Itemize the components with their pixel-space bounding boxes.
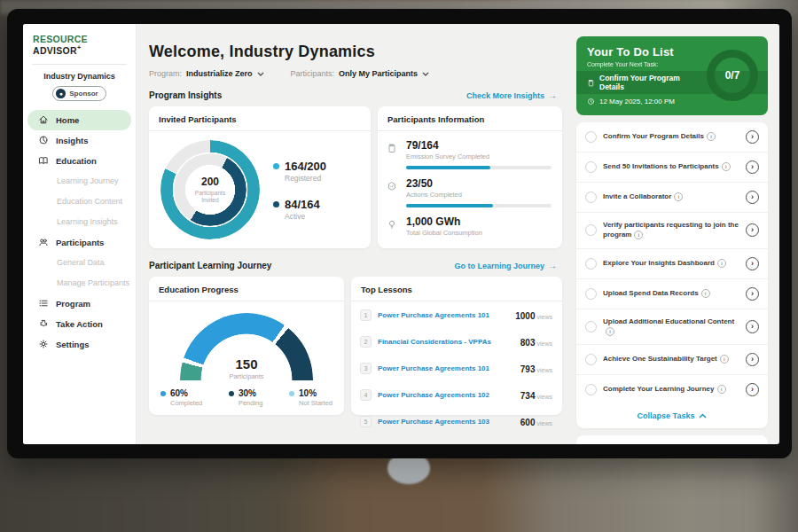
chevron-right-icon[interactable]: › [746,160,759,174]
chevron-right-icon[interactable]: › [746,320,759,333]
sidebar-item-education-content[interactable]: Education Content [27,192,131,212]
sidebar-item-education[interactable]: Education [27,151,131,171]
check-more-insights-link[interactable]: Check More Insights → [466,90,557,100]
info-icon[interactable]: i [701,289,710,298]
sidebar-item-settings[interactable]: Settings [27,334,131,355]
arrow-right-icon: → [548,261,557,270]
participants-info-title: Participants Information [378,106,562,131]
actions-label: Actions Completed [406,191,552,199]
chevron-right-icon[interactable]: › [746,383,759,396]
program-insights-title: Program Insights [149,90,222,100]
pending-label: Pending [239,399,263,407]
task-checkbox[interactable] [585,321,597,332]
sidebar-item-program[interactable]: Program [27,293,131,314]
sidebar-item-manage-participants[interactable]: Manage Participants [27,273,131,293]
completed-label: Completed [170,399,202,407]
chevron-right-icon[interactable]: › [746,353,759,366]
info-icon[interactable]: i [717,259,726,268]
lesson-views: 1000 [515,311,535,321]
gauge-value: 150 [180,356,313,372]
info-icon[interactable]: i [717,385,726,394]
survey-progress-bar [406,166,552,169]
gauge-legend: 60% Completed 30% Pending 10% [149,380,344,407]
logo-advisor: ADVISOR [33,45,77,56]
lesson-link[interactable]: Power Purchase Agreements 103 [378,418,514,426]
chevron-right-icon[interactable]: › [746,223,759,237]
lesson-row: 3 Power Purchase Agreements 101 793views [351,355,562,381]
lesson-link[interactable]: Financial Considerations - VPPAs [378,338,514,346]
sidebar-item-participants[interactable]: Participants [27,232,131,253]
task-row[interactable]: Achieve One Sustainability Targeti › [576,345,768,375]
task-row[interactable]: Explore Your Insights Dashboardi › [576,249,768,279]
info-icon[interactable]: i [674,192,683,201]
task-checkbox[interactable] [585,192,597,203]
program-filter[interactable]: Program: Industrialize Zero [149,69,264,78]
chevron-right-icon[interactable]: › [746,130,759,144]
task-row[interactable]: Invite a Collaboratori › [576,183,768,213]
sidebar-item-general-data[interactable]: General Data [27,253,131,273]
check-more-insights-label: Check More Insights [466,91,544,100]
active-dot [273,201,279,207]
task-row[interactable]: Confirm Your Program Detailsi › [576,122,768,153]
sidebar-item-take-action[interactable]: Take Action [27,314,131,334]
lesson-link[interactable]: Power Purchase Agreements 101 [378,364,514,372]
sidebar-item-home[interactable]: Home [27,110,131,130]
task-row[interactable]: Verify participants requesting to join t… [576,213,768,249]
task-row[interactable]: Upload Spend Data Recordsi › [576,279,768,309]
task-row[interactable]: Send 50 Invitations to Participantsi › [576,153,768,183]
info-icon[interactable]: i [634,231,643,239]
registered-value: 164/200 [285,160,326,173]
logo-resource: RESOURCE [33,34,88,44]
learning-journey-header: Participant Learning Journey Go to Learn… [149,261,562,270]
registered-dot [273,163,279,169]
lesson-row: 2 Financial Considerations - VPPAs 803vi… [351,328,562,355]
participants-filter[interactable]: Participants: Only My Participants [291,69,430,78]
lesson-views: 734 [520,391,536,401]
task-checkbox[interactable] [585,258,597,270]
invited-card-body: 200 Participants Invited 164/200 Registe… [149,131,371,239]
sidebar-item-label: Home [56,115,79,125]
learning-journey-title: Participant Learning Journey [149,261,271,270]
gear-icon [38,339,49,349]
task-checkbox[interactable] [585,354,597,365]
lesson-rank: 1 [360,309,372,321]
program-insights-header: Program Insights Check More Insights → [149,90,562,100]
chevron-right-icon[interactable]: › [746,257,759,270]
lesson-views: 600 [520,418,536,427]
gauge-label: Participants [180,372,313,380]
program-filter-value: Industrialize Zero [186,69,253,78]
task-checkbox[interactable] [585,224,597,236]
info-icon[interactable]: i [722,162,731,171]
collapse-tasks-link[interactable]: Collapse Tasks [576,404,768,428]
task-checkbox[interactable] [585,288,597,300]
task-checkbox[interactable] [585,384,597,395]
go-to-learning-journey-link[interactable]: Go to Learning Journey → [454,261,557,270]
chevron-right-icon[interactable]: › [746,191,759,204]
sidebar-item-insights[interactable]: Insights [27,130,131,151]
task-checkbox[interactable] [585,161,597,173]
filters-row: Program: Industrialize Zero Participants… [149,69,562,78]
not-started-value: 10% [299,388,332,398]
lesson-link[interactable]: Power Purchase Agreements 101 [378,311,509,319]
legend-completed: 60% Completed [160,388,202,407]
info-icon[interactable]: i [606,327,614,336]
views-suffix: views [536,314,552,320]
chevron-right-icon[interactable]: › [746,287,759,301]
active-value: 84/164 [285,198,326,211]
task-row[interactable]: Complete Your Learning Journeyi › [576,375,768,404]
info-icon[interactable]: i [707,132,716,141]
puzzle-icon [38,318,49,329]
education-progress-title: Education Progress [149,277,344,301]
invited-total: 200 [201,176,219,188]
arrow-right-icon: → [548,90,557,100]
lesson-link[interactable]: Power Purchase Agreements 102 [378,391,514,399]
task-checkbox[interactable] [585,131,597,143]
task-row[interactable]: Upload Additional Educational Contenti › [576,309,768,346]
info-icon[interactable]: i [720,355,729,364]
actions-progress-bar [406,204,552,207]
sidebar-item-learning-insights[interactable]: Learning Insights [27,212,131,232]
sidebar-item-learning-journey[interactable]: Learning Journey [27,171,131,192]
invited-participants-card: Invited Participants 200 Participants In… [149,106,371,248]
sponsor-icon: ● [56,89,66,98]
tasks-list-card: Confirm Your Program Detailsi › Send 50 … [576,122,768,428]
